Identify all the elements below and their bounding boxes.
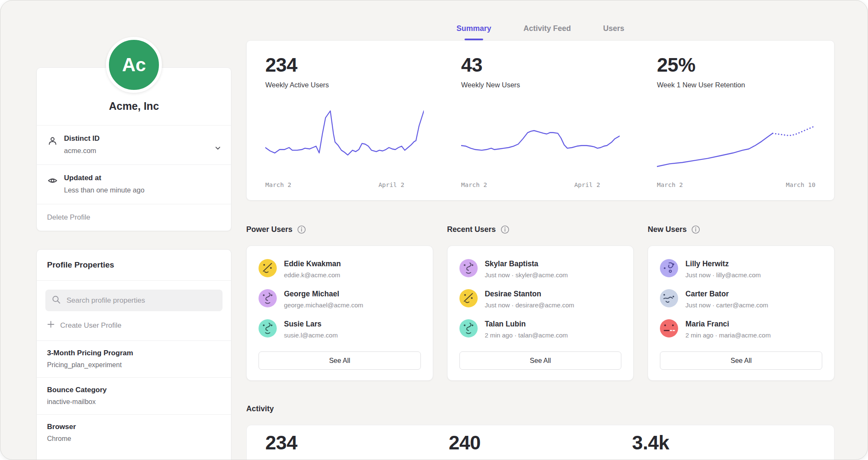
info-icon[interactable] [501,225,509,234]
list-item: Eddie Kwakman eddie.k@acme.com [259,259,421,279]
user-detail: eddie.k@acme.com [284,271,341,279]
power-users-section: Power Users Eddie Kwakman eddie.k@acme.c… [246,225,433,381]
list-item: Carter Bator Just now · carter@acme.com [660,289,822,309]
create-user-profile-label: Create User Profile [60,321,122,330]
recent-users-title: Recent Users [447,225,496,234]
recent-users-card: Skylar Baptista Just now · skyler@acme.c… [447,245,634,381]
user-detail: Just now · lilly@acme.com [685,271,761,279]
company-avatar: Ac [106,37,162,93]
stat-week1-retention: 25% Week 1 New User Retention March 2Mar… [638,41,834,200]
list-item: Desirae Stanton Just now · desirare@acme… [459,289,622,309]
stat-value: 25% [657,53,815,76]
user-avatar [660,259,678,277]
stat-label: Week 1 New User Retention [657,81,815,89]
new-users-section: New Users Lilly Herwitz Just now · lilly… [648,225,835,381]
activity-stat: 234 [265,431,449,460]
tab-bar: Summary Activity Feed Users [246,0,835,40]
list-item: Maria Franci 2 min ago · maria@acme.com [660,319,822,339]
list-item: Talan Lubin 2 min ago · talan@acme.com [459,319,622,339]
user-avatar [459,319,478,337]
user-name: Maria Franci [685,319,771,329]
user-detail: george.michael@acme.com [284,301,363,309]
week1-retention-chart [657,107,815,175]
property-item: Browser Chrome [37,414,231,451]
activity-card: 234 240 3.4k [246,425,835,460]
property-item: 3-Month Pricing Program Pricing_plan_exp… [37,340,231,377]
user-avatar [660,319,678,337]
see-all-button[interactable]: See All [459,351,622,370]
activity-section: Activity 234 240 3.4k [246,404,835,460]
stat-weekly-active-users: 234 Weekly Active Users March 2April 2 [247,41,442,200]
stat-weekly-new-users: 43 Weekly New Users March 2April 2 [442,41,638,200]
property-value: Chrome [47,435,221,443]
tab-activity-feed[interactable]: Activity Feed [523,24,571,40]
chevron-down-icon[interactable] [213,143,223,154]
profile-properties-card: Profile Properties Create User Profile 3… [36,249,231,460]
see-all-button[interactable]: See All [660,351,822,370]
user-name: Desirae Stanton [485,289,574,298]
user-detail: 2 min ago · talan@acme.com [485,332,568,339]
list-item: Skylar Baptista Just now · skyler@acme.c… [459,259,622,279]
search-icon [52,295,61,306]
user-avatar [660,289,678,307]
user-detail: susie.l@acme.com [284,332,338,339]
power-users-title: Power Users [246,225,292,234]
stat-value: 43 [461,53,620,76]
user-detail: Just now · skyler@acme.com [485,271,568,279]
recent-users-section: Recent Users Skylar Baptista Just now · … [447,225,634,381]
stat-label: Weekly New Users [461,81,620,89]
user-detail: Just now · carter@acme.com [685,301,768,309]
stat-value: 234 [265,53,424,76]
activity-stat: 3.4k [632,431,815,460]
distinct-id-value: acme.com [64,147,210,155]
user-detail: Just now · desirare@acme.com [485,301,574,309]
person-icon [47,136,58,148]
user-avatar [259,319,277,337]
x-axis-labels: March 2April 2 [461,181,620,188]
user-name: Susie Lars [284,319,338,329]
user-name: George Michael [284,289,363,298]
user-name: Lilly Herwitz [685,259,761,268]
see-all-button[interactable]: See All [259,351,421,370]
weekly-new-users-chart [461,107,620,175]
tab-users[interactable]: Users [603,24,624,40]
delete-profile-button[interactable]: Delete Profile [37,204,231,231]
property-label: Browser [47,423,221,431]
plus-icon [47,321,55,330]
info-icon[interactable] [297,225,306,234]
weekly-active-users-chart [265,107,424,175]
property-label: 3-Month Pricing Program [47,349,221,357]
company-profile-window: Ac Acme, Inc Distinct ID acme.com Update… [0,0,868,460]
new-users-card: Lilly Herwitz Just now · lilly@acme.com … [648,245,835,381]
profile-properties-title: Profile Properties [37,250,231,281]
user-avatar [259,289,277,307]
eye-icon [47,175,58,188]
user-name: Eddie Kwakman [284,259,341,268]
user-avatar [259,259,277,277]
list-item: George Michael george.michael@acme.com [259,289,421,309]
x-axis-labels: March 2April 2 [265,181,424,188]
distinct-id-label: Distinct ID [64,134,210,143]
updated-at-row: Updated at Less than one minute ago [37,164,231,204]
user-name: Carter Bator [685,289,768,298]
power-users-card: Eddie Kwakman eddie.k@acme.com George Mi… [246,245,433,381]
user-name: Skylar Baptista [485,259,568,268]
create-user-profile-button[interactable]: Create User Profile [37,311,231,340]
distinct-id-row: Distinct ID acme.com [37,125,231,164]
user-avatar [459,259,478,277]
tab-summary[interactable]: Summary [456,24,491,40]
updated-at-label: Updated at [64,174,210,182]
summary-stats-card: 234 Weekly Active Users March 2April 2 4… [246,40,835,201]
main-content: Summary Activity Feed Users 234 Weekly A… [246,0,835,460]
x-axis-labels: March 2March 10 [657,181,815,188]
property-value: inactive-mailbox [47,398,221,406]
list-item: Lilly Herwitz Just now · lilly@acme.com [660,259,822,279]
stat-label: Weekly Active Users [265,81,424,89]
new-users-title: New Users [648,225,687,234]
profile-properties-search [45,290,223,311]
property-value: Pricing_plan_experiment [47,361,221,369]
search-input[interactable] [66,296,216,305]
activity-stat: 240 [449,431,632,460]
info-icon[interactable] [691,225,700,234]
property-item: Bounce Category inactive-mailbox [37,377,231,414]
